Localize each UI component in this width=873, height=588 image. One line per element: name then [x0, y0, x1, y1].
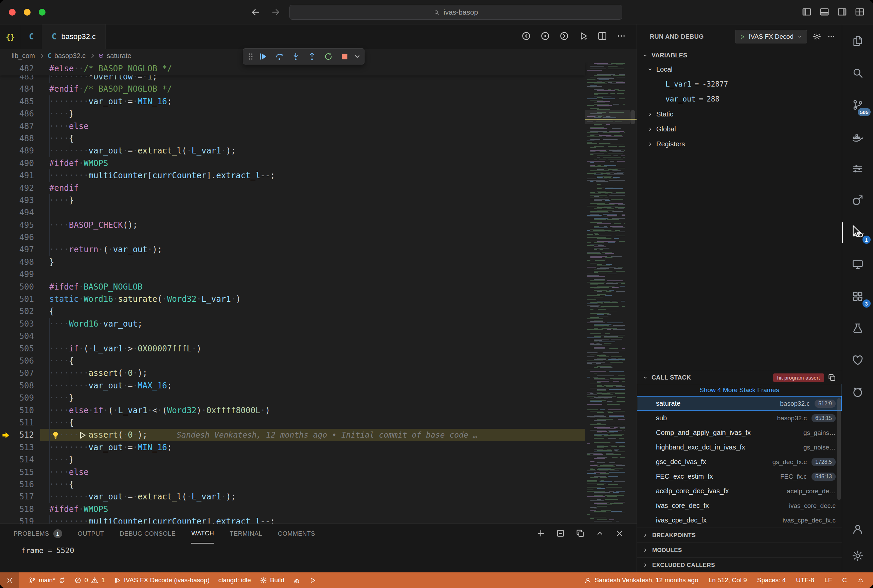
stack-frame-row[interactable]: saturatebasop32.c512:9 [637, 396, 842, 411]
stack-frame-row[interactable]: FEC_exc_estim_fxFEC_fx.c545:13 [637, 469, 842, 484]
line-number[interactable]: 513 [0, 441, 34, 453]
debug-more-actions-icon[interactable] [827, 32, 835, 41]
code-line[interactable]: 494 [0, 206, 585, 219]
status-remote-indicator[interactable] [0, 572, 19, 588]
code-line[interactable]: 506····{ [0, 355, 585, 367]
line-number[interactable]: 511 [0, 417, 34, 429]
line-number[interactable]: 489 [0, 145, 34, 157]
line-number[interactable]: 505 [0, 342, 34, 355]
step-out-button[interactable] [304, 50, 319, 63]
call-stack-section-header[interactable]: CALL STACK hit program assert [637, 371, 842, 384]
code-line[interactable]: 519········multiCounter[currCounter].ext… [0, 515, 585, 524]
start-debug-icon[interactable] [739, 34, 745, 40]
code-line[interactable]: 505····if·(·L_var1·>·0X00007fffL·) [0, 342, 585, 355]
more-editor-actions-button[interactable] [616, 31, 627, 43]
code-line[interactable]: 488····{ [0, 132, 585, 145]
minimap-slider[interactable] [585, 110, 630, 124]
code-line[interactable]: 509····} [0, 392, 585, 404]
status-bug-indicator[interactable] [293, 577, 300, 584]
section-breakpoints[interactable]: BREAKPOINTS [637, 528, 842, 543]
line-number[interactable]: 519 [0, 515, 34, 524]
line-number[interactable]: 488 [0, 132, 34, 145]
show-more-stack-frames-link[interactable]: Show 4 More Stack Frames [637, 384, 842, 396]
code-line[interactable]: 500#ifdef·BASOP_NOGLOB [0, 281, 585, 293]
overview-ruler[interactable] [630, 63, 637, 524]
customize-layout-button[interactable] [855, 7, 865, 19]
pinned-tab-json[interactable]: {} [0, 24, 21, 49]
history-forward-button[interactable] [270, 7, 281, 18]
pinned-tab-c[interactable]: C [21, 24, 42, 49]
status-clangd-status[interactable]: clangd: idle [218, 576, 251, 584]
status-encoding[interactable]: UTF-8 [796, 576, 814, 584]
code-line[interactable]: 502{ [0, 305, 585, 317]
copy-call-stack-icon[interactable] [828, 373, 836, 382]
line-number[interactable]: 517 [0, 490, 34, 503]
command-center[interactable]: ivas-basop [289, 5, 622, 20]
tab-debug-console[interactable]: DEBUG CONSOLE [120, 524, 176, 543]
stack-frame-row[interactable]: ivas_cpe_dec_fxivas_cpe_dec_fx.c [637, 513, 842, 528]
restart-button[interactable] [321, 50, 336, 63]
line-number[interactable]: 492 [0, 182, 34, 194]
code-line[interactable]: 492#endif [0, 182, 585, 194]
maximize-panel-button[interactable] [595, 529, 605, 540]
code-line[interactable]: 511····{ [0, 417, 585, 429]
code-line[interactable]: 495····BASOP_CHECK(); [0, 219, 585, 231]
status-notifications[interactable] [857, 577, 864, 584]
stack-frame-row[interactable]: ivas_core_dec_fxivas_core_dec.c [637, 498, 842, 513]
line-number[interactable]: 484 [0, 83, 34, 95]
line-number[interactable]: 482 [0, 63, 34, 75]
variables-section-header[interactable]: VARIABLES [637, 49, 842, 62]
code-line[interactable]: 497····return·(·var_out·); [0, 243, 585, 256]
code-line[interactable]: 503····Word16·var_out; [0, 318, 585, 330]
scope-registers[interactable]: Registers [637, 136, 842, 152]
status-branch-indicator[interactable]: main* [29, 576, 66, 584]
status-indentation[interactable]: Spaces: 4 [757, 576, 786, 584]
status-eol[interactable]: LF [825, 576, 832, 584]
activity-filters[interactable] [842, 153, 873, 184]
code-line[interactable]: 517········var_out·=·extract_l(·L_var1·)… [0, 490, 585, 503]
variable-row[interactable]: L_var1 = -32877 [637, 77, 842, 92]
zoom-window-button[interactable] [39, 9, 45, 16]
toggle-primary-sidebar-button[interactable] [802, 7, 812, 19]
line-number[interactable]: 491 [0, 170, 34, 182]
status-build-task[interactable]: Build [260, 576, 284, 584]
line-number[interactable]: 485 [0, 95, 34, 108]
toggle-secondary-sidebar-button[interactable] [837, 7, 847, 19]
stack-frame-row[interactable]: gsc_dec_ivas_fxgs_dec_fx.c1728:5 [637, 454, 842, 469]
step-over-button[interactable] [272, 50, 287, 63]
continue-button[interactable] [255, 50, 270, 63]
scope-static[interactable]: Static [637, 106, 842, 122]
run-file-button[interactable] [578, 31, 588, 43]
stack-frame-row[interactable]: subbasop32.c653:15 [637, 411, 842, 425]
step-into-button[interactable] [288, 50, 303, 63]
activity-live-share[interactable] [842, 184, 873, 217]
code-line[interactable]: 489········var_out·=·extract_l(·L_var1·)… [0, 145, 585, 157]
scope-local[interactable]: Local [637, 62, 842, 77]
line-number[interactable]: 503 [0, 318, 34, 330]
code-line[interactable]: 501static·Word16·saturate(·Word32·L_var1… [0, 293, 585, 305]
code-line[interactable]: 512········assert(·0·);Sandesh Venkatesh… [0, 429, 585, 441]
scrollbar-thumb[interactable] [631, 110, 635, 124]
activity-docker[interactable] [842, 121, 873, 153]
code-line[interactable]: 507········assert(·0·); [0, 367, 585, 379]
history-back-button[interactable] [250, 7, 261, 18]
code-line[interactable]: 508········var_out·=·MAX_16; [0, 380, 585, 392]
close-window-button[interactable] [9, 9, 16, 16]
activity-settings[interactable] [842, 543, 873, 569]
code-line[interactable]: 504 [0, 330, 585, 342]
watch-expression-row[interactable]: frame = 5520 [0, 543, 637, 557]
status-problems-indicator[interactable]: 01 [74, 576, 105, 584]
line-number[interactable]: 507 [0, 367, 34, 379]
stack-frame-row[interactable]: highband_exc_dct_in_ivas_fxgs_noise… [637, 440, 842, 454]
drag-handle-button[interactable] [246, 50, 254, 63]
variable-row[interactable]: var_out = 288 [637, 92, 842, 106]
debug-settings-gear-icon[interactable] [813, 32, 821, 41]
code-line[interactable]: 510····else·if·(·L_var1·<·(Word32)·0xfff… [0, 404, 585, 417]
launch-config-dropdown[interactable]: IVAS FX Decod [735, 30, 807, 44]
line-number[interactable]: 494 [0, 206, 34, 219]
line-number[interactable]: 487 [0, 120, 34, 132]
lightbulb-icon[interactable] [51, 430, 60, 440]
breadcrumb-file[interactable]: C basop32.c [48, 52, 86, 60]
code-line[interactable]: 487····else [0, 120, 585, 132]
activity-search[interactable] [842, 57, 873, 89]
